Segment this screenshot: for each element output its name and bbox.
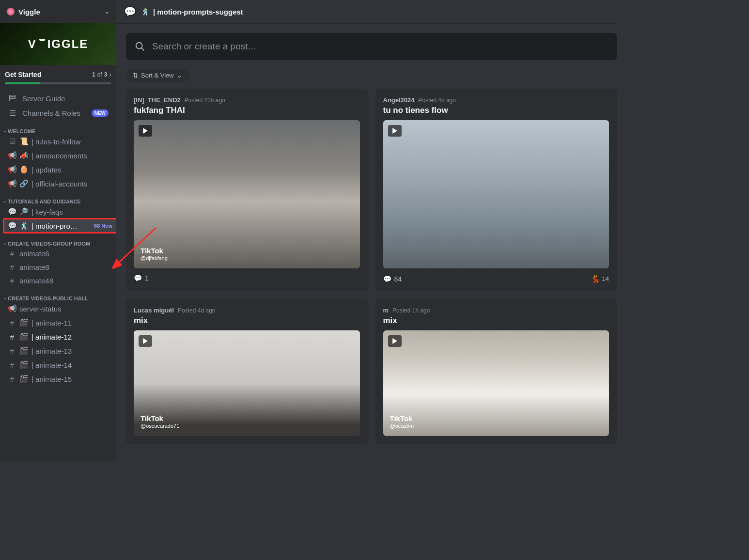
channel-type-icon: # xyxy=(8,347,16,355)
category-header[interactable]: WELCOME xyxy=(0,121,116,134)
channel--animate-13[interactable]: #🎬| animate-13 xyxy=(4,344,116,358)
comment-icon: 💬 xyxy=(134,274,142,282)
channel--updates[interactable]: 📢🥚| updates xyxy=(4,163,116,176)
channel--motion-pro-[interactable]: 💬🕺| motion-pro…68 New xyxy=(4,219,116,233)
tiktok-watermark: TikTok@ocastrin xyxy=(390,414,414,429)
channel-type-icon: 📢 xyxy=(8,151,16,160)
server-header[interactable]: Viggle ⌄ xyxy=(0,0,116,23)
category-header[interactable]: CREATE VIDEOS-GROUP ROOM xyxy=(0,233,116,247)
topbar-emoji: 🕺 xyxy=(141,7,150,16)
channel-type-icon: 📢 xyxy=(8,179,16,188)
channel-name: | animate-13 xyxy=(31,347,72,355)
channel-emoji: 🕺 xyxy=(19,221,29,230)
post-author: Angel2024 xyxy=(383,96,415,104)
channel-emoji: 🎬 xyxy=(19,374,29,383)
channel-name: | updates xyxy=(31,166,61,174)
play-icon xyxy=(139,335,152,347)
tiktok-watermark: TikTok@djfakfang xyxy=(140,247,168,262)
channel-emoji: 🔗 xyxy=(19,179,29,188)
channel-emoji: 🥚 xyxy=(19,165,29,174)
channel--key-faqs[interactable]: 💬🔎| key-faqs xyxy=(4,205,116,218)
post-card[interactable]: Angel2024Posted 4d agotu no tienes flow💬… xyxy=(375,89,617,291)
channel-type-icon: # xyxy=(8,333,16,341)
channel-emoji: 🎬 xyxy=(19,346,29,355)
search-icon xyxy=(135,41,145,52)
topbar: 💬 🕺 | motion-prompts-suggest xyxy=(116,0,617,23)
svg-line-1 xyxy=(141,48,144,51)
channel-name: | motion-pro… xyxy=(31,222,78,230)
post-author: [IN]_THE_END2 xyxy=(134,96,181,104)
post-card[interactable]: mPosted 1h agomixTikTok@ocastrin xyxy=(375,299,617,444)
server-icon xyxy=(7,8,15,16)
post-thumbnail[interactable]: TikTok@ocastrin xyxy=(383,330,609,436)
category-header[interactable]: TUTORIALS AND GUIDANCE xyxy=(0,191,116,204)
svg-point-0 xyxy=(136,43,142,49)
channel-name: animate8 xyxy=(19,263,49,271)
comment-count: 84 xyxy=(394,275,402,283)
chevron-down-icon: ⌄ xyxy=(105,8,109,15)
post-title: tu no tienes flow xyxy=(383,106,609,115)
server-banner: VIGGLE xyxy=(0,23,116,65)
sort-view-button[interactable]: ⇅ Sort & View ⌄ xyxy=(126,69,189,82)
channel-name: | official-accounts xyxy=(31,180,87,188)
post-time: Posted 1h ago xyxy=(392,307,430,314)
channel-type-icon: # xyxy=(8,361,16,369)
channel-emoji: 🔎 xyxy=(19,207,29,216)
channel-type-icon: ☑ xyxy=(8,137,16,146)
nav-server-guide[interactable]: ⛿ Server Guide xyxy=(4,91,112,106)
post-author: m xyxy=(383,307,389,314)
post-title: mix xyxy=(383,316,609,326)
reaction[interactable]: 💃14 xyxy=(591,274,609,283)
signpost-icon: ⛿ xyxy=(8,94,17,103)
channel-type-icon: 💬 xyxy=(8,207,16,216)
channel-emoji: 📣 xyxy=(19,151,29,160)
search-box[interactable] xyxy=(126,33,617,60)
channel-animate6[interactable]: #animate6 xyxy=(4,247,116,260)
server-name: Viggle xyxy=(18,8,40,16)
channel-type-icon: 📢 xyxy=(8,165,16,174)
comment-count: 1 xyxy=(145,274,149,282)
channel-type-icon: # xyxy=(8,319,16,327)
post-card[interactable]: Lucas miguélPosted 4d agomixTikTok@oscuc… xyxy=(126,299,368,444)
channel--announcements[interactable]: 📢📣| announcements xyxy=(4,149,116,162)
channel--official-accounts[interactable]: 📢🔗| official-accounts xyxy=(4,177,116,190)
channel-animate48[interactable]: #animate48 xyxy=(4,274,116,287)
channel--animate-15[interactable]: #🎬| animate-15 xyxy=(4,372,116,386)
channel-name: animate48 xyxy=(19,277,53,285)
channel-name: | animate-11 xyxy=(31,319,72,327)
channel--animate-14[interactable]: #🎬| animate-14 xyxy=(4,358,116,372)
post-time: Posted 23h ago xyxy=(185,97,225,104)
channel-server-status[interactable]: 📢server-status xyxy=(4,302,116,315)
channel-type-icon: # xyxy=(8,277,16,285)
channel-type-icon: # xyxy=(8,249,16,258)
post-author: Lucas miguél xyxy=(134,307,174,314)
channel--rules-to-follow[interactable]: ☑📜| rules-to-follow xyxy=(4,135,116,148)
channel--animate-12[interactable]: #🎬| animate-12 xyxy=(4,330,116,343)
category-header[interactable]: CREATE VIDEOS-PUBLIC HALL xyxy=(0,288,116,301)
post-time: Posted 4d ago xyxy=(419,97,456,104)
list-icon: ☰ xyxy=(8,109,17,118)
search-input[interactable] xyxy=(152,41,608,52)
channel-type-icon: 💬 xyxy=(8,221,16,230)
tiktok-watermark: TikTok@oscucarado71 xyxy=(140,414,179,429)
post-thumbnail[interactable]: TikTok@djfakfang xyxy=(134,120,360,268)
post-thumbnail[interactable] xyxy=(383,120,609,268)
channel-name: | animate-14 xyxy=(31,361,72,369)
get-started-progress: 1 of 3 › xyxy=(92,71,111,78)
post-card[interactable]: [IN]_THE_END2Posted 23h agofukfang THAIT… xyxy=(126,89,368,291)
channel-name: animate6 xyxy=(19,249,49,258)
content: ⇅ Sort & View ⌄ [IN]_THE_END2Posted 23h … xyxy=(116,23,617,461)
channel-name: | rules-to-follow xyxy=(31,138,80,146)
play-icon xyxy=(388,335,402,347)
channel-animate8[interactable]: #animate8 xyxy=(4,261,116,274)
sort-icon: ⇅ xyxy=(133,72,138,79)
play-icon xyxy=(388,125,402,137)
main: 💬 🕺 | motion-prompts-suggest ⇅ Sort & Vi… xyxy=(116,0,617,461)
channel-emoji: 🎬 xyxy=(19,318,29,327)
channel-name: | animate-12 xyxy=(31,333,72,341)
post-thumbnail[interactable]: TikTok@oscucarado71 xyxy=(134,330,360,436)
channel-name: server-status xyxy=(19,305,62,313)
nav-channels-roles[interactable]: ☰ Channels & Roles NEW xyxy=(4,106,112,121)
channel--animate-11[interactable]: #🎬| animate-11 xyxy=(4,316,116,329)
get-started[interactable]: Get Started 1 of 3 › xyxy=(0,65,116,88)
